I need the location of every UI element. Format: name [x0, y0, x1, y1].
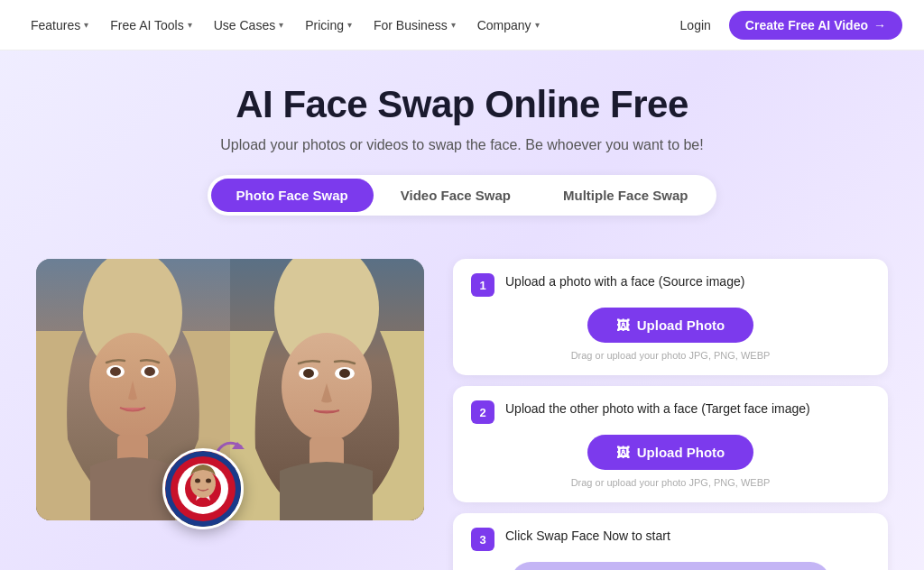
step-1-header: 1 Upload a photo with a face (Source ima… — [471, 273, 870, 297]
hero-subtitle: Upload your photos or videos to swap the… — [22, 137, 902, 153]
step-1-title: Upload a photo with a face (Source image… — [505, 273, 744, 291]
source-face-avatar — [162, 448, 244, 529]
svg-point-14 — [339, 369, 350, 378]
chevron-down-icon: ▾ — [347, 20, 352, 30]
demo-image-section: ⓘ Disclaimer: Vidnoz AI face swap servic… — [36, 259, 424, 570]
step-1-number: 1 — [471, 273, 494, 297]
image-upload-icon: 🖼 — [616, 317, 630, 333]
nav-for-business-label: For Business — [374, 18, 448, 32]
main-content: ⓘ Disclaimer: Vidnoz AI face swap servic… — [0, 259, 924, 570]
tab-video-face-swap[interactable]: Video Face Swap — [375, 179, 536, 212]
target-image-demo — [230, 259, 424, 520]
step-3-title: Click Swap Face Now to start — [505, 528, 670, 546]
upload-photo-button-1[interactable]: 🖼 Upload Photo — [587, 308, 754, 343]
nav-use-cases[interactable]: Use Cases ▾ — [205, 13, 292, 38]
step-1-card: 1 Upload a photo with a face (Source ima… — [453, 259, 888, 375]
tab-photo-face-swap[interactable]: Photo Face Swap — [211, 179, 374, 212]
upload-photo-1-label: Upload Photo — [637, 317, 725, 333]
nav-free-ai-tools-label: Free AI Tools — [110, 18, 183, 32]
svg-point-4 — [110, 367, 121, 376]
svg-point-12 — [303, 369, 314, 378]
tab-group: Photo Face Swap Video Face Swap Multiple… — [208, 175, 717, 216]
step-2-title: Upload the other photo with a face (Targ… — [505, 400, 810, 418]
step-2-number: 2 — [471, 400, 494, 424]
cta-arrow-icon: → — [873, 18, 886, 32]
upload-hint-1: Drag or upload your photo JPG, PNG, WEBP — [471, 350, 870, 361]
steps-section: 1 Upload a photo with a face (Source ima… — [453, 259, 888, 570]
page-title: AI Face Swap Online Free — [22, 83, 902, 126]
nav-features-label: Features — [31, 18, 80, 32]
image-upload-icon-2: 🖼 — [616, 445, 630, 460]
chevron-down-icon: ▾ — [451, 20, 456, 30]
upload-hint-2: Drag or upload your photo JPG, PNG, WEBP — [471, 477, 870, 488]
chevron-down-icon: ▾ — [535, 20, 540, 30]
chevron-down-icon: ▾ — [188, 20, 192, 30]
svg-point-6 — [144, 367, 155, 376]
login-button[interactable]: Login — [666, 13, 725, 38]
nav-pricing[interactable]: Pricing ▾ — [296, 13, 361, 38]
chevron-down-icon: ▾ — [84, 20, 88, 30]
svg-point-22 — [190, 469, 216, 498]
upload-photo-button-2[interactable]: 🖼 Upload Photo — [587, 435, 754, 470]
step-3-number: 3 — [471, 528, 494, 551]
create-free-ai-video-button[interactable]: Create Free AI Video → — [729, 11, 902, 40]
step-3-card: 3 Click Swap Face Now to start Swap Face… — [453, 513, 888, 570]
nav-features[interactable]: Features ▾ — [22, 13, 97, 38]
face-swap-demo — [36, 259, 424, 520]
nav-for-business[interactable]: For Business ▾ — [365, 13, 465, 38]
svg-point-23 — [195, 479, 200, 483]
nav-company-label: Company — [477, 18, 531, 32]
nav-pricing-label: Pricing — [305, 18, 344, 32]
navbar: Features ▾ Free AI Tools ▾ Use Cases ▾ P… — [0, 0, 924, 51]
step-3-header: 3 Click Swap Face Now to start — [471, 528, 870, 551]
step-2-card: 2 Upload the other photo with a face (Ta… — [453, 386, 888, 502]
hero-section: AI Face Swap Online Free Upload your pho… — [0, 51, 924, 259]
nav-use-cases-label: Use Cases — [214, 18, 275, 32]
nav-free-ai-tools[interactable]: Free AI Tools ▾ — [101, 13, 200, 38]
tab-multiple-face-swap[interactable]: Multiple Face Swap — [538, 179, 713, 212]
upload-photo-2-label: Upload Photo — [637, 445, 725, 460]
cta-label: Create Free AI Video — [745, 18, 868, 32]
nav-company[interactable]: Company ▾ — [468, 13, 549, 38]
step-2-header: 2 Upload the other photo with a face (Ta… — [471, 400, 870, 424]
chevron-down-icon: ▾ — [279, 20, 283, 30]
swap-face-now-button[interactable]: Swap Face Now — [511, 562, 830, 570]
svg-point-24 — [206, 479, 211, 483]
